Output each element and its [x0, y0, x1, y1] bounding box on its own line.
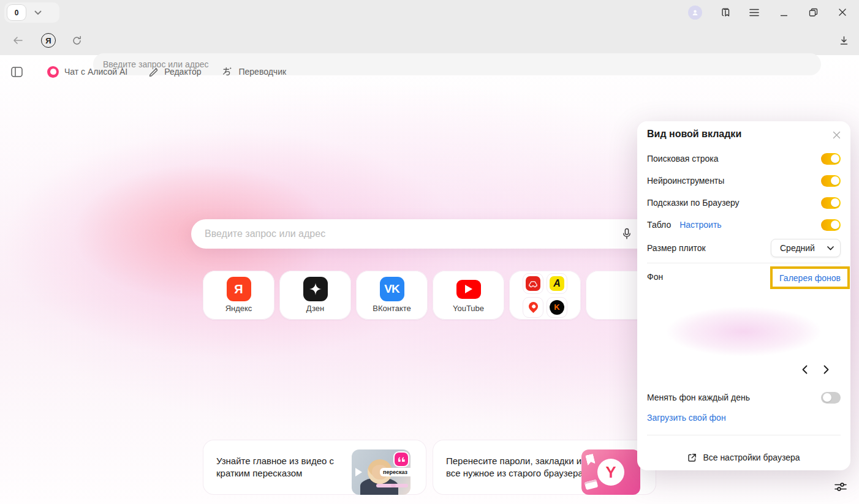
toolbar-item-editor[interactable]: Редактор: [148, 67, 201, 77]
tableau-toggle[interactable]: [821, 219, 841, 231]
minimize-icon: [780, 9, 788, 17]
yandex-browser-logo: Y: [597, 459, 624, 486]
setting-row-tableau: Табло Настроить: [647, 214, 841, 236]
bookmarks-icon: [721, 7, 731, 18]
promo-card-video-retell[interactable]: Узнайте главное из видео с кратким перес…: [203, 440, 426, 495]
tile-label: YouTube: [453, 304, 484, 313]
main-search-input[interactable]: [205, 228, 658, 239]
user-icon: [691, 9, 699, 17]
browser-chrome: 0 Я: [0, 0, 859, 55]
retell-badge: пересказ: [380, 468, 411, 476]
search-bar-toggle[interactable]: [821, 153, 841, 165]
yandex-logo-icon: Я: [41, 33, 56, 48]
setting-label: Нейроинструменты: [647, 176, 724, 186]
all-settings-label: Все настройки браузера: [703, 453, 800, 462]
divider: [647, 263, 841, 263]
minimize-button[interactable]: [774, 0, 793, 24]
tile-dzen[interactable]: Дзен: [279, 271, 351, 320]
new-tab-settings-panel: Вид новой вкладки Поисковая строка Нейро…: [637, 121, 850, 470]
next-background-button[interactable]: [819, 363, 833, 376]
video-retell-illustration: пересказ: [352, 449, 411, 495]
promo-card-text: Перенесите пароли, закладки и все нужное…: [446, 455, 588, 480]
setting-label: Менять фон каждый день: [647, 393, 750, 402]
auto-ru-shortcut[interactable]: [523, 273, 543, 294]
afisha-shortcut[interactable]: A: [547, 273, 567, 294]
tune-sliders-icon: [834, 481, 847, 493]
toolbar-item-label: Переводчик: [238, 67, 286, 77]
setting-label: Табло: [647, 220, 671, 230]
tab-strip: 0: [4, 2, 59, 23]
setting-label: Размер плиток: [647, 243, 706, 253]
panel-close-button[interactable]: [830, 128, 843, 141]
setting-row-browser-hints: Подсказки по Браузеру: [647, 192, 841, 214]
tab-list-chevron[interactable]: [34, 10, 42, 15]
tile-size-value: Средний: [780, 243, 815, 253]
tile-size-select[interactable]: Средний: [771, 239, 841, 257]
youtube-play-icon: [456, 277, 481, 301]
yandex-app-icon: Я: [227, 277, 251, 301]
previous-background-button[interactable]: [798, 363, 811, 376]
bookmarks-button[interactable]: [716, 0, 735, 24]
dzen-star-icon: [303, 277, 328, 301]
navigation-row: Я: [0, 24, 859, 55]
tile-youtube[interactable]: YouTube: [433, 271, 504, 320]
yellow-a-icon: A: [550, 276, 564, 291]
menu-button[interactable]: [744, 0, 764, 24]
chevron-left-icon: [801, 365, 808, 374]
chevron-down-icon: [827, 246, 834, 250]
translate-icon: [222, 66, 233, 77]
vk-icon: VK: [380, 277, 404, 301]
tableau-configure-link[interactable]: Настроить: [679, 220, 721, 230]
back-button[interactable]: [7, 30, 28, 51]
sidebar-toggle-button[interactable]: [11, 67, 23, 77]
map-pin-icon: [526, 299, 539, 312]
browser-hints-toggle[interactable]: [821, 197, 841, 209]
upload-background-row: Загрузить свой фон: [647, 407, 841, 429]
chevron-right-icon: [823, 365, 830, 374]
close-window-button[interactable]: [833, 0, 852, 24]
setting-row-search-bar: Поисковая строка: [647, 148, 841, 170]
tile-app-folder[interactable]: A K: [509, 271, 581, 320]
downloads-button[interactable]: [833, 30, 854, 51]
main-search-bar[interactable]: [191, 219, 672, 249]
setting-row-neuro-tools: Нейроинструменты: [647, 170, 841, 192]
promo-card-import[interactable]: Перенесите пароли, закладки и все нужное…: [433, 440, 656, 495]
setting-row-change-daily: Менять фон каждый день: [647, 386, 841, 408]
external-link-icon: [687, 453, 697, 462]
toolbar-item-alice-chat[interactable]: Чат с Алисой AI: [47, 66, 127, 78]
tile-vkontakte[interactable]: VK ВКонтакте: [356, 271, 428, 320]
import-illustration: Y: [581, 449, 640, 495]
kinopoisk-shortcut[interactable]: K: [547, 297, 567, 318]
close-icon: [833, 131, 841, 139]
restore-icon: [809, 8, 818, 17]
tab-counter-button[interactable]: 0: [7, 5, 26, 20]
customize-page-button[interactable]: [831, 478, 850, 496]
toolbar-item-translator[interactable]: Переводчик: [222, 66, 286, 77]
tile-label: Дзен: [306, 304, 324, 313]
all-browser-settings-link[interactable]: Все настройки браузера: [637, 445, 850, 470]
refresh-button[interactable]: [66, 30, 87, 51]
tile-yandex[interactable]: Я Яндекс: [203, 271, 274, 320]
toolbar-item-label: Чат с Алисой AI: [64, 67, 127, 77]
setting-label: Поисковая строка: [647, 154, 718, 164]
bookmark-shape-icon: [585, 454, 596, 466]
background-gallery-button[interactable]: Галерея фонов: [770, 266, 850, 289]
neuro-tools-toggle[interactable]: [821, 175, 841, 187]
microphone-icon: [622, 228, 632, 240]
voice-search-button[interactable]: [619, 226, 635, 242]
upload-background-link[interactable]: Загрузить свой фон: [647, 413, 726, 423]
restore-button[interactable]: [803, 0, 823, 24]
close-icon: [838, 8, 847, 17]
kinopoisk-icon: K: [550, 300, 564, 315]
tile-label: Яндекс: [225, 304, 252, 313]
yandex-browser-window: 0 Я: [0, 0, 859, 504]
alice-icon: [47, 66, 59, 78]
background-preview[interactable]: [646, 302, 842, 366]
yandex-home-button[interactable]: Я: [38, 30, 59, 51]
change-daily-toggle[interactable]: [821, 392, 841, 404]
pen-icon: [148, 67, 159, 77]
profile-avatar[interactable]: [688, 6, 702, 20]
maps-shortcut[interactable]: [523, 297, 543, 318]
toolbar-item-label: Редактор: [164, 67, 201, 77]
tile-label: ВКонтакте: [373, 304, 411, 313]
